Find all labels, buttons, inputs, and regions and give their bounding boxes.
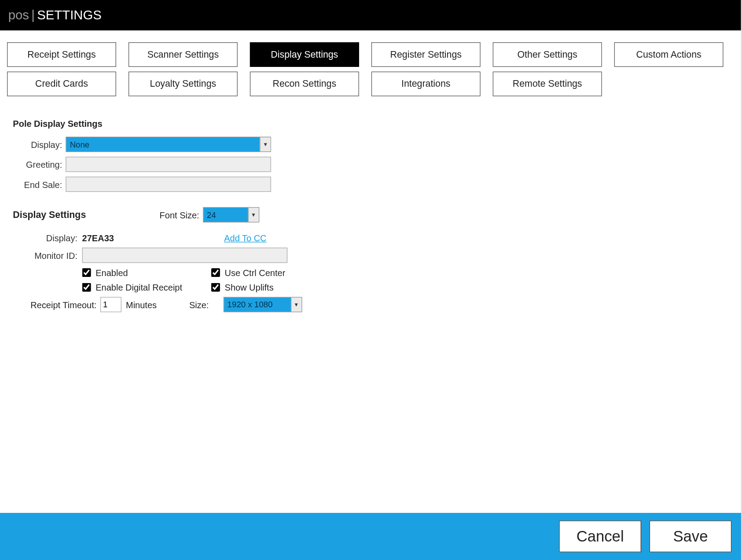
show-uplifts-label: Show Uplifts (225, 282, 274, 292)
endsale-label: End Sale: (13, 179, 66, 189)
tab-integrations[interactable]: Integrations (371, 72, 481, 96)
display-label: Display: (13, 233, 82, 243)
cancel-label: Cancel (577, 527, 624, 545)
monitor-id-label: Monitor ID: (13, 251, 82, 261)
tab-receipt-settings[interactable]: Receipt Settings (7, 42, 116, 67)
tab-label: Other Settings (518, 49, 577, 60)
fontsize-value: 24 (203, 208, 248, 222)
header-separator: | (31, 7, 35, 23)
header-spacer (0, 30, 742, 35)
enable-digital-receipt-checkbox[interactable] (82, 283, 91, 292)
enable-digital-receipt-label: Enable Digital Receipt (96, 282, 182, 292)
size-select[interactable]: 1920 x 1080 ▼ (223, 297, 302, 312)
tab-loyalty-settings[interactable]: Loyalty Settings (129, 72, 238, 96)
tab-label: Display Settings (271, 49, 338, 60)
size-label: Size: (189, 299, 223, 309)
pole-display-section-title: Pole Display Settings (13, 118, 733, 129)
tab-register-settings[interactable]: Register Settings (371, 42, 481, 67)
tab-label: Custom Actions (636, 49, 702, 60)
receipt-timeout-label: Receipt Timeout: (30, 299, 96, 309)
enabled-checkbox[interactable] (82, 268, 91, 277)
app-name: pos (8, 7, 29, 23)
settings-tabs: Receipt Settings Scanner Settings Displa… (0, 35, 742, 96)
tab-recon-settings[interactable]: Recon Settings (250, 72, 359, 96)
size-value: 1920 x 1080 (224, 298, 291, 312)
tab-label: Register Settings (390, 49, 462, 60)
save-label: Save (673, 527, 708, 545)
greeting-input[interactable] (66, 157, 271, 172)
chevron-down-icon: ▼ (248, 208, 258, 222)
tab-other-settings[interactable]: Other Settings (493, 42, 602, 67)
tab-label: Recon Settings (272, 79, 336, 89)
fontsize-select[interactable]: 24 ▼ (203, 207, 259, 223)
fontsize-label: Font Size: (160, 210, 199, 220)
receipt-timeout-unit: Minutes (126, 299, 189, 309)
tab-credit-cards[interactable]: Credit Cards (7, 72, 116, 96)
tab-remote-settings[interactable]: Remote Settings (493, 72, 602, 96)
monitor-id-input[interactable] (82, 248, 288, 263)
enabled-label: Enabled (96, 268, 128, 278)
tab-label: Loyalty Settings (150, 79, 217, 89)
app-header: pos | SETTINGS (0, 0, 742, 30)
page-title: SETTINGS (37, 7, 102, 23)
settings-content: Pole Display Settings Display: None ▼ Gr… (0, 96, 742, 313)
use-ctrl-center-label: Use Ctrl Center (225, 268, 286, 278)
pole-display-value: None (66, 137, 260, 151)
save-button[interactable]: Save (650, 520, 732, 552)
receipt-timeout-input[interactable] (100, 297, 121, 312)
chevron-down-icon: ▼ (260, 137, 271, 151)
display-settings-section-title: Display Settings (13, 210, 159, 220)
tab-label: Remote Settings (513, 79, 582, 89)
tab-custom-actions[interactable]: Custom Actions (614, 42, 724, 67)
tab-display-settings[interactable]: Display Settings (250, 42, 359, 67)
tab-label: Receipt Settings (27, 49, 96, 60)
pole-display-select[interactable]: None ▼ (66, 137, 271, 152)
cancel-button[interactable]: Cancel (559, 520, 641, 552)
use-ctrl-center-checkbox[interactable] (211, 268, 220, 277)
tab-label: Credit Cards (35, 79, 88, 89)
greeting-label: Greeting: (13, 159, 66, 169)
tab-label: Scanner Settings (147, 49, 219, 60)
endsale-input[interactable] (66, 177, 271, 192)
display-name-value: 27EA33 (82, 233, 224, 243)
show-uplifts-checkbox[interactable] (211, 283, 220, 292)
pole-display-label: Display: (13, 140, 66, 150)
chevron-down-icon: ▼ (291, 298, 301, 312)
footer-bar: Cancel Save (0, 513, 741, 560)
add-to-cc-link[interactable]: Add To CC (224, 233, 266, 243)
tab-scanner-settings[interactable]: Scanner Settings (129, 42, 238, 67)
tab-label: Integrations (401, 79, 450, 89)
